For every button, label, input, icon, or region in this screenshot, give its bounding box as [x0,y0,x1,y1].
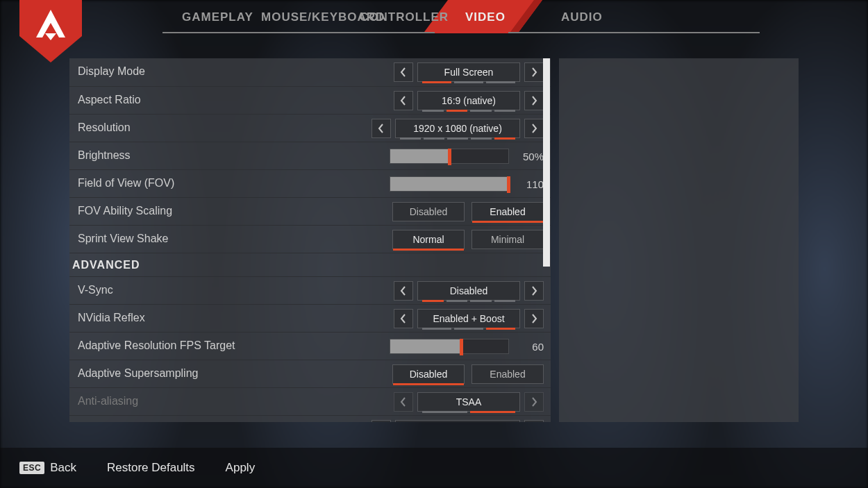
aa-stepper: TSAA [394,392,544,412]
adaptive_ss-option-disabled[interactable]: Disabled [392,364,465,384]
resolution-value-text: 1920 x 1080 (native) [413,123,502,134]
adaptive_fps-track[interactable] [390,339,509,354]
row-vsync: V-Sync Disabled [69,276,551,304]
tex_budget-value[interactable]: High (4GB VRAM) [395,420,520,422]
fov-value-text: 110 [516,178,544,190]
apply-button[interactable]: Apply [226,461,256,475]
sprint_shake-option-normal[interactable]: Normal [392,230,465,249]
vsync-prev[interactable] [394,281,413,301]
scrollbar[interactable] [543,58,550,267]
aspect_ratio-label: Aspect Ratio [78,94,141,106]
display_mode-prev[interactable] [394,62,413,82]
display_mode-stepper: Full Screen [394,62,544,82]
row-reflex: NVidia Reflex Enabled + Boost [69,304,551,332]
tab-video[interactable]: VIDEO [465,10,506,40]
footer-bar: ESC Back Restore Defaults Apply [0,448,868,488]
resolution-stepper: 1920 x 1080 (native) [372,119,544,138]
restore-defaults-button[interactable]: Restore Defaults [107,461,195,475]
video-settings-panel: Display Mode Full Screen Aspect Ratio 16… [69,58,551,422]
tab-controller[interactable]: CONTROLLER [360,10,449,40]
aspect_ratio-value[interactable]: 16:9 (native) [417,91,520,110]
display_mode-value-text: Full Screen [444,67,494,78]
sprint_shake-label: Sprint View Shake [78,233,168,245]
tex_budget-prev[interactable] [372,420,391,422]
adaptive_fps-value-text: 60 [516,341,544,353]
aa-next [524,392,544,412]
section-advanced: ADVANCED [69,253,551,276]
brightness-label: Brightness [78,149,131,162]
vsync-next[interactable] [524,281,544,301]
section-advanced-label: ADVANCED [72,259,140,271]
back-label: Back [50,461,76,475]
aa-value[interactable]: TSAA [417,392,520,412]
aa-value-text: TSAA [456,396,482,407]
fov_scaling-toggle: DisabledEnabled [392,202,544,221]
adaptive_ss-option-enabled[interactable]: Enabled [471,364,544,384]
aspect_ratio-stepper: 16:9 (native) [394,91,544,110]
display_mode-label: Display Mode [78,65,145,78]
aspect_ratio-prev[interactable] [394,91,413,110]
resolution-label: Resolution [78,121,131,134]
fov-label: Field of View (FOV) [78,177,174,190]
sprint_shake-option-minimal[interactable]: Minimal [471,230,544,249]
fov-track[interactable] [390,176,509,192]
tex_budget-next[interactable] [524,420,544,422]
tex_budget-stepper: High (4GB VRAM) [372,420,544,422]
adaptive_ss-label: Adaptive Supersampling [78,367,198,380]
back-button[interactable]: ESC Back [19,461,76,475]
row-brightness: Brightness 50% [69,142,551,169]
row-sprint_shake: Sprint View Shake NormalMinimal [69,225,551,253]
adaptive_fps-slider: 60 [390,338,544,355]
sprint_shake-toggle: NormalMinimal [392,230,544,249]
adaptive_fps-label: Adaptive Resolution FPS Target [78,339,235,352]
brightness-value-text: 50% [516,151,544,162]
reflex-prev[interactable] [394,309,413,328]
fov_scaling-option-disabled[interactable]: Disabled [392,202,465,221]
resolution-value[interactable]: 1920 x 1080 (native) [395,119,520,138]
reflex-next[interactable] [524,309,544,328]
fov_scaling-label: FOV Ability Scaling [78,205,172,217]
vsync-stepper: Disabled [394,281,544,301]
display_mode-next[interactable] [524,62,544,82]
tab-underline [162,32,760,33]
description-panel [559,58,799,422]
row-tex_budget: Texture Streaming Budget High (4GB VRAM) [69,415,551,422]
aspect_ratio-value-text: 16:9 (native) [442,95,496,106]
esc-keycap: ESC [19,462,44,474]
display_mode-value[interactable]: Full Screen [417,62,520,82]
vsync-value[interactable]: Disabled [417,281,520,301]
vsync-label: V-Sync [78,284,113,296]
brightness-track[interactable] [390,149,509,164]
row-fov: Field of View (FOV) 110 [69,169,551,197]
row-adaptive_fps: Adaptive Resolution FPS Target 60 [69,332,551,360]
fov-slider: 110 [390,176,544,192]
brightness-slider: 50% [390,148,544,165]
aa-label: Anti-aliasing [78,395,138,407]
tab-bar: GAMEPLAYMOUSE/KEYBOARDCONTROLLERVIDEOAUD… [0,0,868,43]
resolution-prev[interactable] [372,119,391,138]
row-resolution: Resolution 1920 x 1080 (native) [69,114,551,142]
reflex-stepper: Enabled + Boost [394,309,544,328]
fov_scaling-option-enabled[interactable]: Enabled [471,202,544,221]
row-aa: Anti-aliasing TSAA [69,387,551,415]
row-display_mode: Display Mode Full Screen [69,58,551,86]
reflex-label: NVidia Reflex [78,312,145,324]
tab-gameplay[interactable]: GAMEPLAY [182,10,253,40]
row-aspect_ratio: Aspect Ratio 16:9 (native) [69,86,551,114]
reflex-value[interactable]: Enabled + Boost [417,309,520,328]
aa-prev [394,392,413,412]
resolution-next[interactable] [524,119,544,138]
adaptive_ss-toggle: DisabledEnabled [392,364,544,384]
tab-audio[interactable]: AUDIO [561,10,603,40]
reflex-value-text: Enabled + Boost [433,313,504,324]
row-adaptive_ss: Adaptive Supersampling DisabledEnabled [69,360,551,387]
aspect_ratio-next[interactable] [524,91,544,110]
vsync-value-text: Disabled [450,285,487,296]
row-fov_scaling: FOV Ability Scaling DisabledEnabled [69,197,551,225]
